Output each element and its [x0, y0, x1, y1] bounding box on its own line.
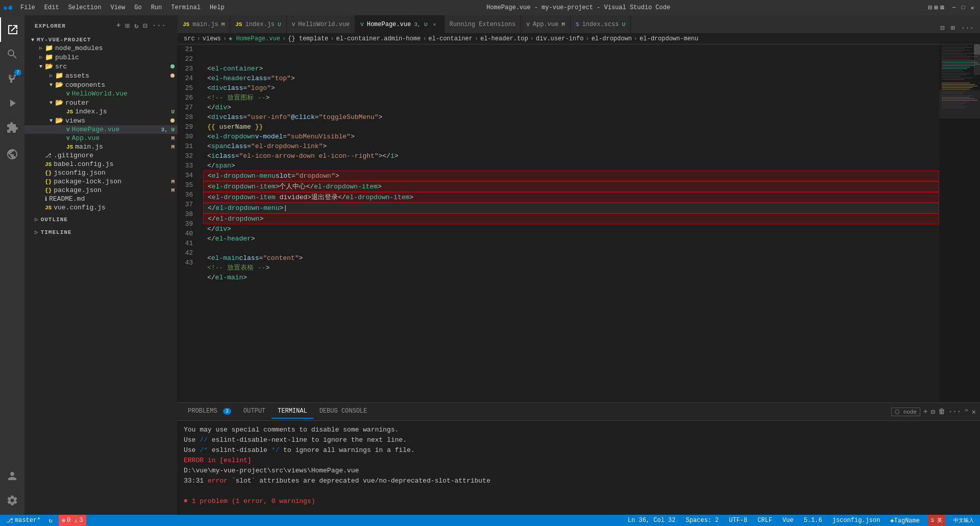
status-cursor[interactable]: Ln 36, Col 32: [626, 515, 678, 526]
bc-div-user-info[interactable]: div.user-info: [536, 35, 584, 42]
new-folder-button[interactable]: ⊞: [124, 20, 131, 31]
tree-package-json[interactable]: {} package.json M: [24, 186, 178, 195]
status-branch[interactable]: ⎇ master*: [4, 515, 42, 526]
line-number: 40: [178, 229, 193, 238]
tab-index-scss[interactable]: S index.scss U: [571, 15, 631, 33]
tab-terminal[interactable]: TERMINAL: [272, 404, 313, 419]
js-icon: JS: [45, 205, 52, 211]
terminal-content[interactable]: You may use special comments to disable …: [178, 421, 980, 515]
close-button[interactable]: ✕: [969, 4, 976, 11]
tab-close-button[interactable]: ✕: [431, 20, 439, 29]
status-errors[interactable]: ⊗ 0 ⚠ 3: [59, 515, 86, 526]
project-root[interactable]: ▼ MY-VUE-PROJECT: [24, 36, 178, 43]
terminal-close-button[interactable]: ✕: [972, 408, 976, 416]
new-file-button[interactable]: +: [115, 20, 122, 31]
menu-edit[interactable]: Edit: [40, 3, 63, 12]
bc-template[interactable]: {} template: [288, 35, 328, 42]
tree-main-js[interactable]: JS main.js M: [24, 142, 178, 151]
tab-index-js[interactable]: JS index.js U: [230, 15, 286, 33]
collapse-all-button[interactable]: ⊟: [142, 20, 149, 31]
tree-router-index[interactable]: JS index.js U: [24, 107, 178, 116]
tree-assets[interactable]: ▷ 📁 assets: [24, 71, 178, 80]
bc-views[interactable]: views: [203, 35, 221, 42]
tree-views[interactable]: ▼ 📂 views: [24, 116, 178, 125]
toggle-panel-button[interactable]: ⊞: [948, 22, 957, 33]
tree-jsconfig[interactable]: {} jsconfig.json: [24, 169, 178, 177]
tree-app-vue[interactable]: V App.vue M: [24, 134, 178, 142]
menu-help[interactable]: Help: [206, 3, 229, 12]
terminal-kill-button[interactable]: 🗑: [938, 408, 945, 416]
tree-node-modules[interactable]: ▷ 📁 node_modules: [24, 43, 178, 53]
menu-terminal[interactable]: Terminal: [167, 3, 205, 12]
bc-homepage[interactable]: ◈ HomePage.vue: [229, 35, 280, 42]
customize-layout-icon[interactable]: ⊠: [940, 4, 944, 12]
tree-babel[interactable]: JS babel.config.js: [24, 160, 178, 169]
tab-helloworld[interactable]: V HelloWorld.vue: [287, 15, 355, 33]
status-spaces[interactable]: Spaces: 2: [683, 515, 721, 526]
bc-src[interactable]: src: [184, 35, 195, 42]
status-encoding[interactable]: UTF-8: [727, 515, 749, 526]
tab-running-extensions[interactable]: Running Extensions: [445, 15, 522, 33]
bc-el-header[interactable]: el-header.top: [480, 35, 528, 42]
menu-go[interactable]: Go: [130, 3, 145, 12]
activity-source-control[interactable]: 7: [0, 66, 24, 91]
src-badge: [170, 64, 175, 68]
maximize-button[interactable]: □: [960, 4, 967, 11]
toggle-sidebar-icon[interactable]: ⊟: [928, 4, 933, 12]
status-line-ending[interactable]: CRLF: [755, 515, 774, 526]
tab-debug-console[interactable]: DEBUG CONSOLE: [313, 404, 374, 419]
minimize-button[interactable]: ─: [950, 4, 958, 11]
tree-homepage[interactable]: V HomePage.vue 3, U: [24, 125, 178, 134]
tree-gitignore[interactable]: ⎇ .gitignore: [24, 151, 178, 160]
bc-el-dropdown-menu[interactable]: el-dropdown-menu: [640, 35, 698, 42]
outline-section[interactable]: ▷ OUTLINE: [24, 212, 178, 225]
activity-explorer[interactable]: [0, 17, 24, 42]
status-notifications[interactable]: S 英: [928, 515, 945, 526]
bc-el-container-home[interactable]: el-container.admin-home: [336, 35, 421, 42]
menu-view[interactable]: View: [106, 3, 129, 12]
split-editor-button[interactable]: ⊟: [938, 22, 946, 33]
terminal-add-button[interactable]: +: [923, 408, 927, 416]
tab-app-vue[interactable]: V App.vue M: [521, 15, 571, 33]
timeline-section[interactable]: ▷ TIMELINE: [24, 225, 178, 237]
tab-output[interactable]: OUTPUT: [237, 404, 272, 419]
activity-account[interactable]: [0, 464, 24, 488]
status-sync[interactable]: ↻: [46, 515, 54, 526]
tree-helloworld[interactable]: V HelloWorld.vue: [24, 89, 178, 98]
tree-vue-config[interactable]: JS vue.config.js: [24, 203, 178, 212]
status-language[interactable]: Vue: [780, 515, 796, 526]
tree-src[interactable]: ▼ 📂 src: [24, 62, 178, 71]
terminal-more-button[interactable]: ···: [948, 408, 961, 416]
bc-el-dropdown[interactable]: el-dropdown: [592, 35, 632, 42]
bc-el-container[interactable]: el-container: [428, 35, 472, 42]
tree-readme[interactable]: ℹ README.md: [24, 195, 178, 203]
tab-homepage[interactable]: V HomePage.vue 3, U ✕: [355, 15, 444, 33]
terminal-maximize-button[interactable]: ⌃: [964, 408, 968, 416]
activity-remote[interactable]: [0, 142, 24, 166]
sidebar-more-button[interactable]: ···: [151, 20, 167, 31]
js-file-icon: JS: [235, 21, 242, 28]
more-tabs-button[interactable]: ···: [959, 23, 976, 33]
toggle-panel-icon[interactable]: ⊞: [934, 4, 938, 12]
tab-problems[interactable]: PROBLEMS 3: [182, 404, 237, 419]
activity-run[interactable]: [0, 91, 24, 115]
refresh-button[interactable]: ↻: [133, 20, 140, 31]
svg-rect-23: [942, 79, 965, 80]
status-ime[interactable]: 中文输入: [951, 515, 976, 526]
tab-main-js[interactable]: JS main.js M: [178, 15, 230, 33]
status-version[interactable]: 5.1.6: [802, 515, 824, 526]
tree-components[interactable]: ▼ 📂 components: [24, 80, 178, 89]
status-tagname[interactable]: ◈TagName: [888, 515, 922, 526]
tree-router[interactable]: ▼ 📂 router: [24, 98, 178, 107]
menu-run[interactable]: Run: [147, 3, 166, 12]
menu-selection[interactable]: Selection: [64, 3, 106, 12]
terminal-split-button[interactable]: ⊟: [930, 408, 935, 416]
activity-settings[interactable]: [0, 488, 24, 513]
tree-package-lock[interactable]: {} package-lock.json M: [24, 177, 178, 186]
activity-search[interactable]: [0, 42, 24, 66]
status-config[interactable]: jsconfig.json: [830, 515, 883, 526]
activity-extensions[interactable]: [0, 115, 24, 140]
tree-public[interactable]: ▷ 📁 public: [24, 53, 178, 62]
code-content[interactable]: <el-container> <el-header class="top"> <…: [203, 44, 939, 402]
menu-file[interactable]: File: [16, 3, 39, 12]
